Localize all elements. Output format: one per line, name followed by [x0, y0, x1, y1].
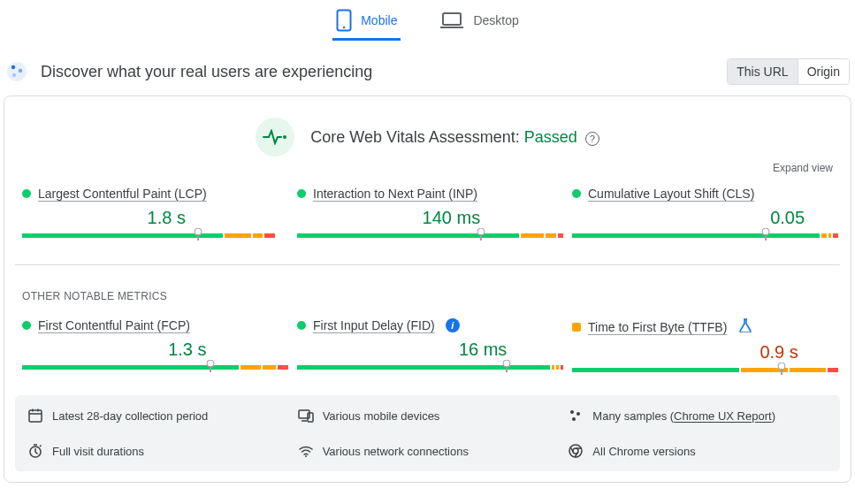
scope-origin-button[interactable]: Origin [798, 59, 849, 84]
svg-point-12 [762, 228, 769, 235]
svg-point-3 [7, 62, 27, 81]
svg-point-5 [19, 69, 22, 73]
scope-toggle: This URL Origin [727, 58, 850, 85]
svg-rect-13 [765, 234, 767, 241]
svg-point-18 [778, 363, 785, 370]
metric-lcp-value: 1.8 s [22, 208, 283, 228]
cwv-assessment-prefix: Core Web Vitals Assessment: [310, 128, 523, 146]
svg-rect-15 [210, 366, 211, 372]
metric-fid-value: 16 ms [297, 340, 558, 360]
tab-desktop-label: Desktop [473, 13, 518, 27]
wifi-icon [298, 443, 314, 459]
metric-inp-name[interactable]: Interaction to Next Paint (INP) [313, 187, 477, 201]
svg-rect-2 [443, 13, 461, 25]
metric-inp: Interaction to Next Paint (INP) 140 ms [297, 181, 558, 243]
metric-cls-bar [572, 233, 833, 238]
metric-fid-bar [297, 365, 558, 370]
platform-tabs: Mobile Desktop [0, 5, 855, 41]
metric-ttfb-bar [572, 368, 833, 372]
metric-lcp-bar [22, 233, 283, 238]
status-square-warn [572, 323, 581, 332]
other-metrics-heading: OTHER NOTABLE METRICS [22, 272, 833, 306]
metric-fid: First Input Delay (FID) i 16 ms [297, 313, 558, 378]
crux-link[interactable]: Chrome UX Report [674, 409, 772, 423]
metric-lcp-name[interactable]: Largest Contentful Paint (LCP) [38, 187, 207, 201]
meta-devices: Various mobile devices [293, 404, 563, 427]
status-dot-good [572, 189, 581, 198]
svg-point-27 [305, 455, 307, 457]
tab-mobile-label: Mobile [361, 13, 397, 27]
tab-desktop[interactable]: Desktop [436, 5, 522, 41]
help-icon[interactable]: ? [585, 132, 599, 146]
svg-point-1 [343, 27, 345, 28]
metric-ttfb-name[interactable]: Time to First Byte (TTFB) [588, 320, 727, 334]
cwv-assessment-text: Core Web Vitals Assessment: Passed ? [310, 128, 599, 147]
smartphone-icon [336, 9, 352, 32]
metric-inp-bar [297, 233, 558, 238]
divider [15, 264, 840, 265]
svg-point-14 [207, 360, 214, 367]
collection-meta: Latest 28-day collection period Various … [15, 395, 840, 471]
meta-period: Latest 28-day collection period [22, 404, 293, 427]
metric-lcp: Largest Contentful Paint (LCP) 1.8 s [22, 181, 283, 243]
svg-rect-19 [781, 369, 782, 375]
svg-point-6 [12, 73, 16, 77]
status-dot-good [297, 321, 306, 330]
metric-inp-value: 140 ms [297, 208, 558, 228]
scope-this-url-button[interactable]: This URL [728, 59, 797, 84]
svg-point-23 [570, 410, 574, 414]
metric-fcp-name[interactable]: First Contentful Paint (FCP) [38, 318, 190, 332]
metric-ttfb-value: 0.9 s [572, 342, 833, 363]
svg-point-7 [283, 135, 286, 139]
users-chart-icon [5, 60, 28, 83]
status-dot-good [297, 189, 306, 198]
cwv-assessment-result: Passed [524, 128, 577, 146]
status-dot-good [22, 189, 31, 198]
info-icon[interactable]: i [446, 318, 460, 332]
pulse-icon [256, 118, 294, 157]
svg-rect-20 [29, 410, 42, 422]
metric-fcp-bar [22, 365, 283, 370]
svg-rect-11 [480, 234, 482, 241]
meta-versions: All Chrome versions [562, 439, 833, 462]
meta-samples: Many samples (Chrome UX Report) [562, 404, 833, 427]
metrics-grid: Largest Contentful Paint (LCP) 1.8 s Int… [15, 181, 840, 378]
status-dot-good [22, 321, 31, 330]
svg-point-4 [11, 65, 15, 69]
svg-point-24 [576, 412, 580, 416]
laptop-icon [439, 11, 464, 29]
cwv-card: Core Web Vitals Assessment: Passed ? Exp… [4, 95, 851, 483]
page-title: Discover what your real users are experi… [41, 63, 372, 81]
calendar-icon [27, 408, 43, 424]
tab-mobile[interactable]: Mobile [332, 5, 401, 41]
metric-cls-name[interactable]: Cumulative Layout Shift (CLS) [588, 187, 754, 201]
chrome-icon [568, 443, 584, 459]
cwv-assessment: Core Web Vitals Assessment: Passed ? [15, 118, 840, 157]
svg-point-10 [477, 228, 485, 235]
svg-rect-22 [308, 413, 313, 422]
meta-durations: Full visit durations [22, 439, 293, 462]
scatter-icon [568, 408, 584, 424]
metric-fcp: First Contentful Paint (FCP) 1.3 s [22, 313, 283, 378]
metric-fid-name[interactable]: First Input Delay (FID) [313, 318, 435, 332]
svg-point-8 [195, 228, 202, 235]
metric-cls-value: 0.05 [572, 208, 833, 228]
devices-icon [298, 408, 314, 424]
metric-ttfb: Time to First Byte (TTFB) 0.9 s [572, 313, 833, 378]
meta-network: Various network connections [293, 439, 563, 462]
svg-rect-9 [197, 234, 199, 241]
metric-cls: Cumulative Layout Shift (CLS) 0.05 [572, 181, 833, 243]
svg-point-25 [572, 417, 576, 421]
metric-fcp-value: 1.3 s [22, 340, 283, 360]
flask-icon[interactable] [739, 318, 752, 335]
svg-point-16 [503, 360, 510, 367]
expand-view-link[interactable]: Expand view [15, 158, 840, 181]
stopwatch-icon [27, 443, 43, 459]
svg-rect-17 [506, 366, 508, 372]
